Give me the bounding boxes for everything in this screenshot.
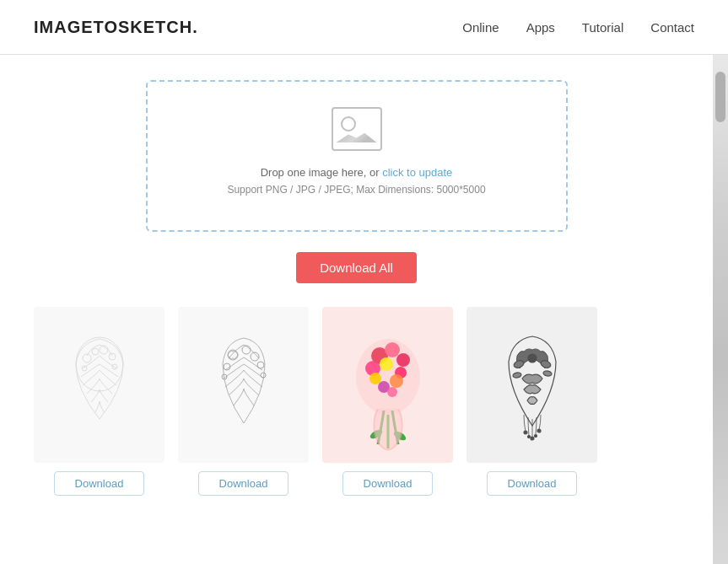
svg-point-34 — [531, 437, 534, 440]
sketch-svg-1 — [49, 318, 150, 453]
svg-point-31 — [542, 370, 552, 377]
gallery-image-1 — [34, 307, 164, 463]
nav-contact[interactable]: Contact — [650, 20, 694, 35]
image-placeholder-icon — [332, 107, 382, 151]
drop-support-text: Support PNG / JPG / JPEG; Max Dimensions… — [227, 184, 485, 196]
drop-zone[interactable]: Drop one image here, or click to update … — [146, 80, 568, 232]
gallery-item: Download — [34, 307, 164, 496]
nav: Online Apps Tutorial Contact — [462, 20, 694, 35]
svg-point-30 — [512, 372, 521, 379]
svg-point-4 — [109, 353, 116, 360]
gallery-item: Download — [178, 307, 309, 496]
gallery-item: Download — [466, 307, 597, 496]
svg-point-21 — [369, 373, 381, 384]
svg-point-24 — [387, 387, 397, 397]
sketch-svg-4 — [482, 318, 583, 453]
svg-point-6 — [112, 364, 117, 369]
svg-point-17 — [396, 353, 410, 367]
nav-online[interactable]: Online — [462, 20, 499, 35]
gallery-image-3 — [322, 307, 453, 463]
svg-point-11 — [257, 362, 264, 368]
gallery-image-4 — [466, 307, 597, 463]
svg-point-32 — [524, 431, 527, 434]
svg-point-27 — [528, 354, 537, 363]
gallery: Download — [34, 307, 679, 496]
svg-point-33 — [527, 435, 530, 438]
logo: IMAGETOSKETCH. — [34, 18, 198, 37]
download-all-button[interactable]: Download All — [296, 252, 417, 283]
download-all-wrap: Download All — [34, 252, 679, 283]
download-button-2[interactable]: Download — [198, 471, 289, 496]
svg-point-36 — [537, 429, 541, 432]
download-button-3[interactable]: Download — [342, 471, 434, 496]
download-button-1[interactable]: Download — [54, 471, 145, 496]
svg-point-35 — [534, 434, 537, 437]
nav-tutorial[interactable]: Tutorial — [582, 20, 623, 35]
sketch-svg-2 — [193, 318, 294, 453]
svg-point-5 — [82, 366, 87, 371]
main-content: Drop one image here, or click to update … — [0, 55, 713, 564]
svg-point-2 — [92, 348, 99, 355]
scrollbar[interactable] — [713, 55, 728, 564]
gallery-item: Download — [322, 307, 453, 496]
header: IMAGETOSKETCH. Online Apps Tutorial Cont… — [0, 0, 728, 55]
sketch-svg-3 — [337, 318, 439, 453]
scrollbar-thumb[interactable] — [715, 72, 725, 122]
download-button-4[interactable]: Download — [487, 471, 578, 496]
svg-point-8 — [242, 346, 251, 354]
drop-text: Drop one image here, or click to update — [261, 166, 453, 179]
drop-link[interactable]: click to update — [382, 166, 452, 179]
page-wrapper: Drop one image here, or click to update … — [0, 55, 728, 564]
svg-point-16 — [385, 342, 400, 357]
svg-point-22 — [390, 374, 403, 388]
svg-point-13 — [261, 373, 266, 378]
gallery-image-2 — [178, 307, 309, 463]
nav-apps[interactable]: Apps — [526, 20, 555, 35]
svg-point-20 — [380, 357, 393, 371]
